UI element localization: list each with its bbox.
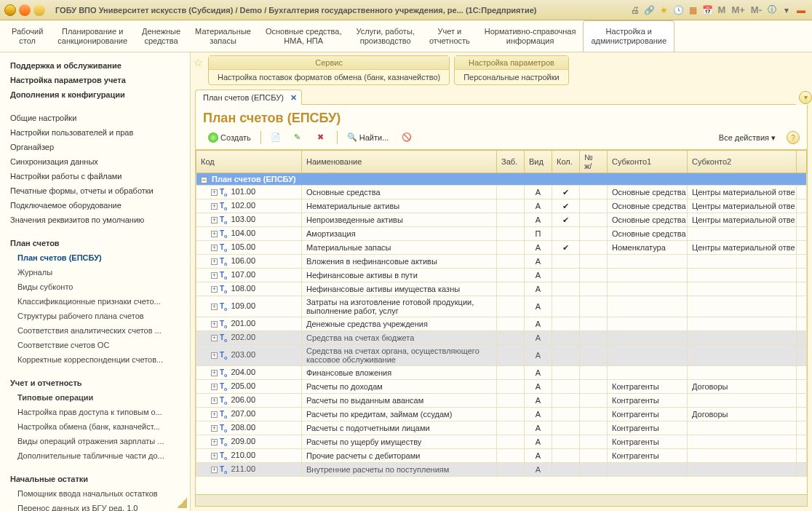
sidebar-link[interactable]: Настройка параметров учета <box>10 73 187 87</box>
expand-icon[interactable]: + <box>211 304 218 310</box>
column-header[interactable]: Заб. <box>497 151 525 173</box>
sidebar-link[interactable]: Соответствия аналитических счетов ... <box>10 323 187 338</box>
expand-icon[interactable]: + <box>211 272 218 279</box>
sidebar-link[interactable]: Помощник ввода начальных остатков <box>10 486 187 501</box>
sidebar-link[interactable]: Типовые операции <box>10 390 187 405</box>
sidebar-section-header[interactable]: Начальные остатки <box>10 472 187 486</box>
sidebar-link[interactable]: Поддержка и обслуживание <box>10 58 187 73</box>
horizontal-scrollbar[interactable] <box>196 494 807 506</box>
table-row[interactable]: +То 102.00Нематериальные активыА✔Основны… <box>196 199 807 213</box>
print-icon[interactable]: 🖨 <box>629 4 642 17</box>
table-row[interactable]: +То 106.00Вложения в нефинансовые активы… <box>196 255 807 269</box>
table-row[interactable]: +То 104.00АмортизацияПОсновные средства <box>196 227 807 241</box>
nav-item[interactable]: Основные средства,НМА, НПА <box>258 20 349 52</box>
table-row[interactable]: +То 210.00Прочие расчеты с дебиторамиАКо… <box>196 449 807 463</box>
sidebar-link[interactable]: Дополнительные табличные части до... <box>10 448 187 463</box>
grid[interactable]: КодНаименованиеЗаб.ВидКол.№ ж/Субконто1С… <box>196 149 807 494</box>
expand-icon[interactable]: + <box>211 384 218 390</box>
column-header[interactable]: Вид <box>525 151 552 173</box>
nav-fwd-icon[interactable] <box>33 4 45 16</box>
expand-icon[interactable]: + <box>211 352 218 359</box>
service-link-formats[interactable]: Настройка поставок форматов обмена (банк… <box>209 70 449 84</box>
expand-icon[interactable]: + <box>211 453 218 459</box>
expand-icon[interactable]: + <box>211 467 218 473</box>
expand-icon[interactable]: + <box>211 335 218 341</box>
expand-icon[interactable]: + <box>211 397 218 404</box>
table-row[interactable]: +То 201.00Денежные средства учрежденияА <box>196 317 807 331</box>
nav-item[interactable]: Настройка иадминистрирование <box>583 20 674 52</box>
table-row[interactable]: +То 203.00Средства на счетах органа, осу… <box>196 345 807 366</box>
sidebar-link[interactable]: Органайзер <box>10 140 187 154</box>
sidebar-link[interactable]: Печатные формы, отчеты и обработки <box>10 183 187 198</box>
sidebar-link[interactable]: Корректные корреспонденции счетов... <box>10 352 187 367</box>
table-row[interactable]: +То 207.00Расчеты по кредитам, займам (с… <box>196 408 807 421</box>
dropdown-icon[interactable]: ▾ <box>780 4 793 17</box>
sidebar-link[interactable]: Структуры рабочего плана счетов <box>10 309 187 323</box>
calc-icon[interactable]: ▦ <box>687 4 700 17</box>
resize-handle-icon[interactable] <box>177 498 187 508</box>
table-row[interactable]: +То 101.00Основные средстваА✔Основные ср… <box>196 186 807 199</box>
expand-icon[interactable]: + <box>211 411 218 418</box>
nav-back-icon[interactable] <box>19 4 31 16</box>
link-icon[interactable]: 🔗 <box>643 4 656 17</box>
nav-item[interactable]: Планирование исанкционирование <box>50 20 135 52</box>
column-header[interactable]: Субконто1 <box>608 151 688 173</box>
create-button[interactable]: Создать <box>203 130 256 145</box>
tabs-dropdown-button[interactable]: ▾ <box>799 91 812 104</box>
sidebar-link[interactable]: План счетов (ЕПСБУ) <box>10 250 187 265</box>
table-row[interactable]: +То 211.00Внутренние расчеты по поступле… <box>196 463 807 477</box>
table-row[interactable]: +То 109.00Затраты на изготовление готово… <box>196 296 807 317</box>
table-row[interactable]: +То 202.00Средства на счетах бюджетаА <box>196 331 807 345</box>
table-row[interactable]: +То 209.00Расчеты по ущербу имуществуАКо… <box>196 435 807 449</box>
sidebar-section-header[interactable]: Учет и отчетность <box>10 376 187 390</box>
sidebar-link[interactable]: Виды субконто <box>10 280 187 294</box>
expand-icon[interactable]: + <box>211 321 218 328</box>
table-row[interactable]: +То 206.00Расчеты по выданным авансамАКо… <box>196 394 807 408</box>
sidebar-link[interactable]: Дополнения к конфигурации <box>10 87 187 102</box>
sidebar-link[interactable]: Настройка прав доступа к типовым о... <box>10 405 187 419</box>
expand-icon[interactable]: + <box>211 258 218 265</box>
all-actions-button[interactable]: Все действия ▾ <box>714 131 781 145</box>
clear-find-button[interactable]: 🚫 <box>397 130 417 145</box>
expand-icon[interactable]: + <box>211 217 218 223</box>
nav-item[interactable]: Денежныесредства <box>135 20 188 52</box>
mem-m[interactable]: M <box>716 4 728 15</box>
collapse-icon[interactable]: − <box>201 177 207 183</box>
sidebar-link[interactable]: Виды операций отражения зарплаты ... <box>10 434 187 448</box>
sidebar-link[interactable]: Настройка обмена (банк, казначейст... <box>10 419 187 434</box>
table-row[interactable]: +То 108.00Нефинансовые активы имущества … <box>196 282 807 296</box>
help-button[interactable]: ? <box>787 131 800 144</box>
sidebar-link[interactable]: Подключаемое оборудование <box>10 198 187 213</box>
column-header[interactable]: № ж/ <box>580 151 608 173</box>
sidebar-section-header[interactable]: План счетов <box>10 236 187 250</box>
sidebar-link[interactable]: Соответствие счетов ОС <box>10 338 187 352</box>
history-icon[interactable]: 🕓 <box>672 4 685 17</box>
expand-icon[interactable]: + <box>211 425 218 432</box>
expand-icon[interactable]: + <box>211 439 218 445</box>
table-row[interactable]: +То 107.00Нефинансовые активы в путиА <box>196 269 807 282</box>
sidebar-link[interactable]: Журналы <box>10 265 187 280</box>
sidebar-link[interactable]: Настройки пользователей и прав <box>10 125 187 140</box>
expand-icon[interactable]: + <box>211 189 218 196</box>
expand-icon[interactable]: + <box>211 203 218 210</box>
document-tab[interactable]: План счетов (ЕПСБУ) ✕ <box>195 90 302 105</box>
table-row[interactable]: +То 105.00Материальные запасыА✔Номенклат… <box>196 241 807 255</box>
expand-icon[interactable]: + <box>211 370 218 376</box>
info-icon[interactable]: ⓘ <box>765 4 779 17</box>
find-button[interactable]: 🔍 Найти... <box>342 130 394 145</box>
expand-icon[interactable]: + <box>211 286 218 293</box>
column-header[interactable]: Наименование <box>302 151 497 173</box>
sidebar-link[interactable]: Значения реквизитов по умолчанию <box>10 213 187 227</box>
column-header[interactable]: Субконто2 <box>688 151 797 173</box>
personal-settings-link[interactable]: Персональные настройки <box>455 70 568 84</box>
column-header[interactable]: Код <box>196 151 302 173</box>
favorite-star-icon[interactable]: ☆ <box>194 57 203 68</box>
sidebar-link[interactable]: Настройки работы с файлами <box>10 169 187 183</box>
favorite-icon[interactable]: ★ <box>658 4 671 17</box>
nav-item[interactable]: Рабочийстол <box>4 20 50 52</box>
nav-item[interactable]: Услуги, работы,производство <box>349 20 422 52</box>
table-header-row[interactable]: − План счетов (ЕПСБУ) <box>196 173 807 186</box>
copy-button[interactable]: 📄 <box>266 130 286 145</box>
sidebar-link[interactable]: Перенос данных из БГУ ред. 1.0 <box>10 501 187 511</box>
table-row[interactable]: +То 204.00Финансовые вложенияА <box>196 366 807 380</box>
